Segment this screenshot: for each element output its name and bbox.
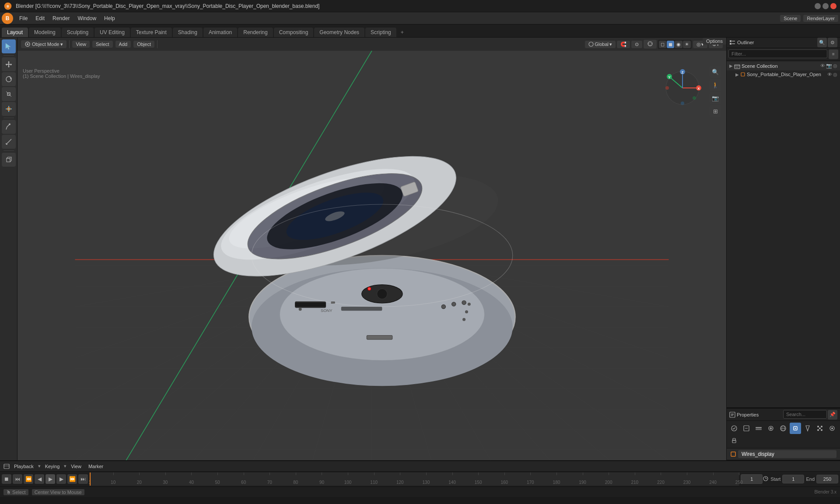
tab-shading[interactable]: Shading [173, 28, 203, 37]
object-mode-selector[interactable]: Object Mode ▾ [21, 40, 66, 48]
props-tab-scene[interactable] [765, 423, 777, 434]
timeline-next-keyframe-btn[interactable]: ▶ [56, 474, 66, 484]
outliner-render-icon[interactable]: ◎ [833, 63, 837, 69]
viewport-view-menu[interactable]: View [72, 41, 90, 48]
timeline-stop-btn[interactable]: ⏹ [2, 474, 11, 484]
outliner-eye-icon[interactable]: 👁 [820, 63, 825, 69]
tick-label-110: 110 [370, 480, 378, 485]
props-tab-constraints[interactable] [728, 435, 740, 446]
close-button[interactable] [830, 3, 836, 9]
outliner-obj-render-icon[interactable]: ◎ [833, 72, 837, 77]
outliner-filter-toggle[interactable]: ⚙ [828, 38, 837, 47]
properties-pin-toggle[interactable]: 📌 [828, 410, 837, 420]
scene-collection-arrow: ▶ [729, 63, 733, 68]
timeline-jump-end-btn[interactable]: ⏭ [78, 474, 88, 484]
timeline-play-btn[interactable]: ▶ [46, 474, 55, 484]
timeline-prev-frame-btn[interactable]: ⏪ [24, 474, 33, 484]
props-tab-object[interactable] [790, 423, 801, 434]
tab-modeling[interactable]: Modeling [29, 28, 61, 37]
outliner-search-input[interactable] [728, 49, 827, 58]
toolbar-separator-3 [4, 150, 14, 151]
tab-layout[interactable]: Layout [2, 28, 28, 37]
timeline-next-frame-btn[interactable]: ⏩ [67, 474, 77, 484]
timeline-menu-playback[interactable]: Playback [11, 463, 36, 470]
tool-scale[interactable] [2, 87, 16, 101]
viewport-toggle-quad[interactable]: ⊞ [709, 105, 721, 117]
props-tab-modifiers[interactable] [802, 423, 813, 434]
tick-line-140 [452, 472, 453, 475]
window-controls[interactable] [815, 3, 836, 9]
viewport-walk-navigation[interactable]: 🚶 [709, 79, 721, 91]
scene-selector[interactable]: Scene [780, 15, 801, 22]
menu-render[interactable]: Render [49, 14, 73, 22]
gizmo-area[interactable]: X Y Z [663, 68, 702, 108]
blender-icon-menu[interactable]: B [2, 13, 13, 24]
outliner-search-toggle[interactable]: 🔍 [817, 38, 827, 47]
tick-line-210 [635, 472, 635, 475]
maximize-button[interactable] [822, 3, 829, 9]
outliner-scene-collection[interactable]: ▶ SC Scene Collection 👁 📷 ◎ [727, 62, 840, 70]
outliner-object-item[interactable]: ▶ Sony_Portable_Disc_Player_Open 👁 ◎ [727, 70, 840, 79]
viewport-label-collection: (1) Scene Collection | Wires_display [23, 74, 100, 79]
props-tab-world[interactable] [777, 423, 789, 434]
tool-annotate[interactable] [2, 120, 16, 134]
add-workspace-button[interactable]: + [397, 28, 407, 37]
viewport-3d[interactable]: Object Mode ▾ View Select Add Object Glo… [18, 38, 726, 460]
minimize-button[interactable] [815, 3, 821, 9]
timeline-menu-marker[interactable]: Marker [86, 463, 106, 470]
tab-compositing[interactable]: Compositing [274, 28, 314, 37]
svg-point-96 [681, 102, 684, 105]
timeline-menu-keying[interactable]: Keying [42, 463, 63, 470]
menu-file[interactable]: File [16, 14, 31, 22]
props-tab-particles[interactable] [814, 423, 826, 434]
end-frame-field[interactable]: 250 [816, 475, 838, 483]
props-tab-output[interactable] [741, 423, 752, 434]
tool-add-cube[interactable] [2, 153, 16, 167]
outliner-obj-eye-icon[interactable]: 👁 [827, 72, 832, 77]
start-frame-field[interactable]: 1 [782, 475, 804, 483]
tool-rotate[interactable] [2, 72, 16, 86]
timeline-scrubber[interactable]: 1102030405060708090100110120130140150160… [90, 472, 739, 486]
viewport-magnet-toggle[interactable]: 🧲 [617, 41, 630, 48]
props-tab-physics[interactable] [826, 423, 838, 434]
tool-transform[interactable] [2, 102, 16, 116]
tab-scripting[interactable]: Scripting [365, 28, 396, 37]
viewport-wireframe-mode[interactable]: ◻ [659, 41, 666, 48]
viewport-zoom-in[interactable]: 🔍 [709, 66, 721, 78]
viewport-proportional-edit[interactable]: ⊙ [631, 41, 642, 48]
timeline-jump-start-btn[interactable]: ⏮ [13, 474, 22, 484]
viewport-solid-mode[interactable]: ◼ [667, 41, 674, 48]
timeline-prev-keyframe-btn[interactable]: ◀ [35, 474, 44, 484]
viewport-add-menu[interactable]: Add [116, 41, 131, 48]
outliner-options-button[interactable]: Options [703, 38, 726, 45]
timeline-menu-view[interactable]: View [68, 463, 84, 470]
menu-window[interactable]: Window [74, 14, 100, 22]
viewport-select-menu[interactable]: Select [92, 41, 113, 48]
viewport-object-menu[interactable]: Object [133, 41, 154, 48]
viewport-snap-settings[interactable] [644, 40, 657, 49]
menu-help[interactable]: Help [101, 14, 119, 22]
viewport-global-local[interactable]: Global ▾ [585, 41, 616, 48]
tab-sculpting[interactable]: Sculpting [62, 28, 94, 37]
tool-move[interactable] [2, 57, 16, 71]
viewport-rendered-mode[interactable]: ☀ [683, 41, 691, 48]
tab-uv-editing[interactable]: UV Editing [94, 28, 130, 37]
props-tab-view-layer[interactable] [753, 423, 764, 434]
outliner-camera-icon[interactable]: 📷 [826, 63, 832, 69]
tick-line-40 [191, 472, 192, 475]
properties-search-input[interactable] [783, 410, 827, 419]
viewport-material-preview[interactable]: ◉ [675, 41, 682, 48]
render-layer-selector[interactable]: RenderLayer [803, 15, 838, 22]
tool-measure[interactable] [2, 135, 16, 149]
outliner-display-mode[interactable]: ≡ [829, 49, 838, 59]
tab-texture-paint[interactable]: Texture Paint [131, 28, 172, 37]
viewport-camera-view[interactable]: 📷 [709, 92, 721, 104]
tab-rendering[interactable]: Rendering [238, 28, 273, 37]
tool-cursor[interactable] [2, 39, 16, 53]
props-tab-render[interactable] [728, 423, 740, 434]
tab-animation[interactable]: Animation [203, 28, 237, 37]
menu-edit[interactable]: Edit [32, 14, 48, 22]
current-frame-input[interactable] [741, 474, 763, 484]
tab-geometry-nodes[interactable]: Geometry Nodes [314, 28, 364, 37]
object-name-field[interactable]: Wires_display [738, 450, 836, 458]
